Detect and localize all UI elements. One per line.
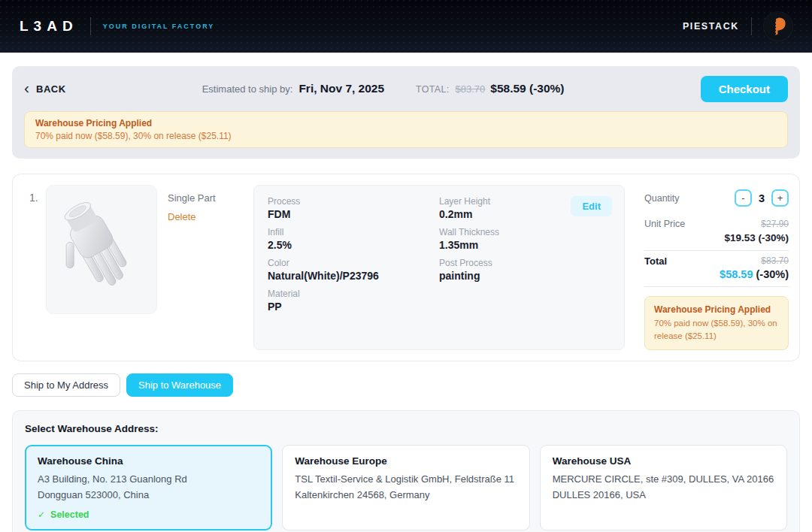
checkout-button[interactable]: Checkout bbox=[701, 76, 788, 102]
piestack-logo-glyph bbox=[764, 12, 792, 41]
chevron-left-icon: ‹ bbox=[24, 80, 29, 95]
selected-status-label: Selected bbox=[50, 509, 89, 520]
warehouse-card-address-line1: TSL Textil-Service & Logistik GmbH, Feld… bbox=[295, 472, 517, 488]
ship-to-warehouse-button[interactable]: Ship to Warehouse bbox=[126, 373, 233, 397]
spec-infill: Infill 2.5% bbox=[268, 227, 439, 251]
warehouse-pricing-banner: Warehouse Pricing Applied 70% paid now (… bbox=[24, 111, 788, 148]
warehouse-card-title: Warehouse China bbox=[38, 455, 259, 467]
item-total-original: $83.70 bbox=[720, 255, 789, 266]
item-meta: Single Part Delete bbox=[157, 185, 253, 350]
quantity-decrease-button[interactable]: - bbox=[735, 189, 752, 207]
shipping-destination-toggle: Ship to My Address Ship to Warehouse bbox=[12, 373, 800, 397]
order-total: TOTAL: $83.70 $58.59 (-30%) bbox=[416, 82, 564, 95]
ship-estimate-date: Fri, Nov 7, 2025 bbox=[298, 82, 384, 95]
order-total-label: TOTAL: bbox=[416, 84, 449, 95]
delete-item-link[interactable]: Delete bbox=[168, 211, 253, 222]
warehouse-pricing-banner-title: Warehouse Pricing Applied bbox=[35, 118, 777, 128]
item-pricing-column: Quantity - 3 + Unit Price $27.90 $19.53 … bbox=[644, 185, 789, 350]
ship-estimate-label: Estimated to ship by: bbox=[202, 83, 293, 95]
app-header: L3AD YOUR DIGITAL FACTORY PIESTACK bbox=[0, 0, 812, 53]
header-divider bbox=[90, 17, 91, 35]
warehouse-section-heading: Select Warehouse Address: bbox=[25, 423, 787, 434]
quantity-label: Quantity bbox=[644, 193, 680, 204]
brand-logo: L3AD bbox=[20, 18, 78, 35]
unit-price-values: $27.90 $19.53 (-30%) bbox=[724, 219, 789, 244]
spec-post-process: Post Process painting bbox=[439, 258, 611, 282]
warehouse-card-title: Warehouse USA bbox=[553, 455, 774, 467]
item-thumbnail[interactable] bbox=[46, 185, 157, 314]
item-notice-body: 70% paid now ($58.59), 30% on release ($… bbox=[654, 317, 779, 342]
warehouse-card-address-line2: DULLES 20166, USA bbox=[553, 488, 774, 503]
cart-item-card: 1. bbox=[12, 174, 800, 361]
quantity-increase-button[interactable]: + bbox=[771, 189, 789, 207]
warehouse-card-usa[interactable]: Warehouse USA MERCURE CIRCLE, ste #309, … bbox=[540, 445, 787, 530]
ship-estimate: Estimated to ship by: Fri, Nov 7, 2025 bbox=[202, 82, 384, 95]
specs-column-left: Process FDM Infill 2.5% Color Natural(Wh… bbox=[268, 196, 439, 339]
back-label: BACK bbox=[36, 83, 66, 95]
item-notice-title: Warehouse Pricing Applied bbox=[654, 304, 779, 315]
page-body: ‹ BACK Estimated to ship by: Fri, Nov 7,… bbox=[0, 53, 812, 532]
unit-price-original: $27.90 bbox=[724, 219, 789, 229]
unit-price-label: Unit Price bbox=[644, 219, 685, 244]
order-total-original: $83.70 bbox=[456, 83, 486, 95]
item-total-label: Total bbox=[644, 255, 667, 281]
glove-model-icon bbox=[56, 193, 147, 306]
spec-process: Process FDM bbox=[268, 196, 439, 220]
item-total-values: $83.70 $58.59 (-30%) bbox=[720, 255, 789, 281]
order-total-discounted: $58.59 (-30%) bbox=[490, 82, 564, 95]
warehouse-pricing-banner-body: 70% paid now ($58.59), 30% on release ($… bbox=[35, 131, 777, 141]
spec-wall-thickness: Wall Thickness 1.35mm bbox=[439, 227, 611, 251]
warehouse-card-address-line1: A3 Building, No. 213 Guanlong Rd bbox=[38, 472, 259, 488]
ship-to-my-address-button[interactable]: Ship to My Address bbox=[12, 373, 120, 397]
spec-color: Color Natural(White)/P23796 bbox=[268, 258, 439, 282]
brand-tagline: YOUR DIGITAL FACTORY bbox=[103, 23, 215, 30]
warehouse-card-address-line2: Kaltenkirchen 24568, Germany bbox=[295, 488, 517, 503]
edit-item-button[interactable]: Edit bbox=[571, 196, 612, 216]
back-button[interactable]: ‹ BACK bbox=[24, 82, 66, 95]
order-summary-bar: ‹ BACK Estimated to ship by: Fri, Nov 7,… bbox=[12, 66, 800, 159]
header-divider bbox=[751, 17, 752, 35]
warehouse-card-title: Warehouse Europe bbox=[295, 455, 517, 467]
item-index: 1. bbox=[29, 192, 44, 350]
item-specs-panel: Process FDM Infill 2.5% Color Natural(Wh… bbox=[253, 185, 625, 350]
unit-price-discounted: $19.53 (-30%) bbox=[724, 232, 789, 243]
warehouse-address-section: Select Warehouse Address: Warehouse Chin… bbox=[12, 410, 800, 532]
specs-column-right: Layer Height 0.2mm Wall Thickness 1.35mm… bbox=[439, 196, 611, 339]
piestack-logo-icon[interactable] bbox=[764, 12, 792, 41]
spec-material: Material PP bbox=[268, 289, 439, 313]
item-total-discounted: $58.59 (-30%) bbox=[720, 268, 789, 280]
item-type-label: Single Part bbox=[168, 192, 253, 204]
quantity-stepper: Quantity - 3 + bbox=[644, 189, 789, 207]
item-warehouse-pricing-notice: Warehouse Pricing Applied 70% paid now (… bbox=[644, 296, 789, 350]
item-total-row: Total $83.70 $58.59 (-30%) bbox=[644, 250, 789, 287]
warehouse-card-china[interactable]: Warehouse China A3 Building, No. 213 Gua… bbox=[25, 445, 272, 530]
warehouse-card-address-line1: MERCURE CIRCLE, ste #309, DULLES, VA 201… bbox=[553, 472, 774, 488]
quantity-value: 3 bbox=[759, 192, 765, 204]
unit-price-row: Unit Price $27.90 $19.53 (-30%) bbox=[644, 219, 789, 244]
warehouse-card-list: Warehouse China A3 Building, No. 213 Gua… bbox=[25, 445, 787, 530]
warehouse-card-address-line2: Dongguan 523000, China bbox=[38, 488, 259, 503]
header-account-area: PIESTACK bbox=[683, 12, 792, 41]
check-icon: ✓ bbox=[38, 509, 45, 520]
warehouse-card-europe[interactable]: Warehouse Europe TSL Textil-Service & Lo… bbox=[282, 445, 529, 530]
account-name: PIESTACK bbox=[683, 21, 739, 32]
selected-status-badge: ✓ Selected bbox=[38, 509, 259, 520]
